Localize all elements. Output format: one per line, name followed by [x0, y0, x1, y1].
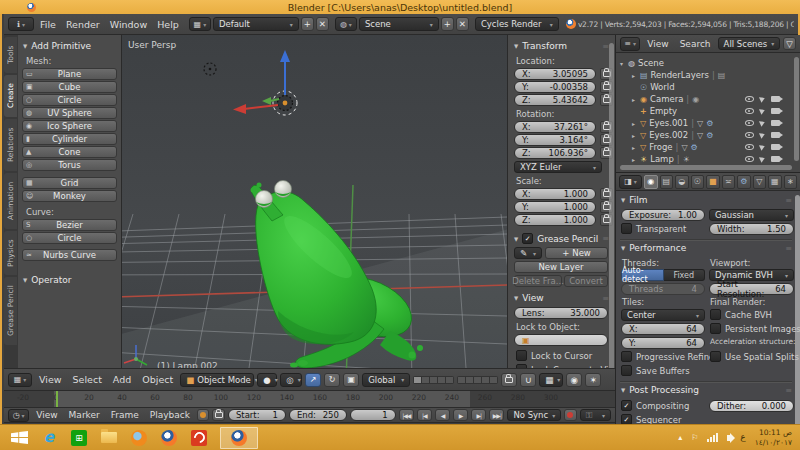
- grease-pencil-panel-header[interactable]: ✓ Grease Pencil≡: [514, 233, 608, 244]
- current-frame-field[interactable]: 1: [350, 409, 396, 421]
- threads-count-field[interactable]: Threads4: [621, 283, 705, 295]
- expand-icon[interactable]: ▸: [630, 96, 637, 103]
- play-reverse-button[interactable]: ◀: [435, 409, 450, 421]
- pivot-point-selector[interactable]: ◎: [280, 373, 302, 387]
- tab-modifiers[interactable]: ⚙: [737, 175, 751, 189]
- delete-scene-button[interactable]: ✕: [456, 17, 469, 31]
- rotation-y-field[interactable]: Y:3.164°: [514, 134, 596, 146]
- add-menu[interactable]: Add: [109, 374, 135, 385]
- timeline-menu-view[interactable]: View: [32, 410, 61, 420]
- selectability-toggle[interactable]: [759, 119, 766, 127]
- transparent-checkbox[interactable]: Transparent: [621, 223, 686, 234]
- delete-frame-button[interactable]: Delete Fra...: [514, 275, 562, 287]
- outliner-scope-selector[interactable]: All Scenes: [718, 37, 781, 50]
- snap-toggle-button[interactable]: ∪: [520, 373, 536, 387]
- view-menu[interactable]: View: [35, 374, 66, 385]
- add-circle-button[interactable]: ○Circle: [22, 94, 117, 106]
- editor-type-timeline-button[interactable]: ◷: [8, 409, 29, 422]
- selectability-toggle[interactable]: [759, 95, 766, 103]
- visibility-toggle[interactable]: [745, 120, 754, 126]
- convert-button[interactable]: Convert: [564, 275, 608, 287]
- timeline-menu-playback[interactable]: Playback: [146, 410, 194, 420]
- visibility-toggle[interactable]: [745, 144, 754, 150]
- add-curve-circle-button[interactable]: ○Circle: [22, 232, 117, 244]
- view-panel-header[interactable]: View≡: [514, 293, 608, 303]
- layer-group-1[interactable]: [413, 376, 454, 384]
- viewport-3d[interactable]: User Persp (1) Lamp.002: [122, 35, 507, 382]
- add-layout-button[interactable]: +: [301, 17, 314, 31]
- tab-create[interactable]: Create: [4, 75, 17, 117]
- outliner-row-renderlayers[interactable]: ▸ ▤ RenderLayers| ▤: [630, 69, 794, 81]
- performance-panel-header[interactable]: Performance≡: [621, 243, 791, 253]
- tab-grease-pencil[interactable]: Grease Pencil: [4, 277, 17, 345]
- record-button[interactable]: [564, 409, 577, 421]
- jump-prev-keyframe-button[interactable]: |◀: [417, 409, 432, 421]
- menu-file[interactable]: File: [36, 19, 60, 30]
- panel-menu-icon[interactable]: ≡: [602, 294, 608, 303]
- editor-type-3dview-button[interactable]: ▦: [8, 373, 32, 387]
- outliner-row-lamp[interactable]: ▸ ☀ Lamp| ☀: [630, 153, 794, 165]
- visibility-toggle[interactable]: [745, 156, 754, 162]
- rotation-mode-selector[interactable]: XYZ Euler: [514, 161, 602, 173]
- renderability-toggle[interactable]: [771, 132, 780, 138]
- add-cylinder-button[interactable]: ▮Cylinder: [22, 133, 117, 145]
- outliner-v-scrollbar[interactable]: [794, 57, 799, 161]
- outliner-row-scene[interactable]: ▾ ◍ Scene: [618, 57, 794, 69]
- operator-panel-header[interactable]: Operator: [23, 275, 72, 285]
- panel-menu-icon[interactable]: ≡: [602, 42, 608, 51]
- tab-relations[interactable]: Relations: [4, 119, 17, 171]
- save-buffers-checkbox[interactable]: Save Buffers: [621, 365, 690, 376]
- start-button[interactable]: [4, 427, 34, 449]
- tab-tools[interactable]: Tools: [4, 37, 17, 73]
- manipulator-x-arrow[interactable]: [244, 105, 278, 109]
- grease-pencil-draw-mode[interactable]: ✎: [514, 247, 542, 259]
- frame-end-field[interactable]: End:250: [289, 409, 347, 421]
- tray-volume-icon[interactable]: [727, 435, 731, 441]
- add-nurbs-curve-button[interactable]: ≈Nurbs Curve: [22, 249, 117, 261]
- render-opengl-button[interactable]: ◉: [566, 373, 582, 387]
- manipulator-rotate-button[interactable]: ↻: [324, 373, 340, 387]
- render-engine-selector[interactable]: Cycles Render: [475, 17, 559, 31]
- outliner-h-scrollbar[interactable]: [620, 165, 792, 170]
- tab-render-layers[interactable]: ▤: [660, 175, 674, 189]
- outliner-row-empty[interactable]: + Empty: [630, 105, 794, 117]
- filter-type-selector[interactable]: Gaussian: [709, 209, 794, 221]
- properties-scrollbar[interactable]: [795, 195, 800, 433]
- taskbar-spiral-app[interactable]: [184, 427, 214, 449]
- tray-network-icon[interactable]: [707, 433, 718, 442]
- screen-layout-selector[interactable]: Default: [213, 17, 299, 31]
- exposure-field[interactable]: Exposure:1.00: [621, 209, 705, 221]
- taskbar-blender[interactable]: [154, 427, 184, 449]
- taskbar-internet-explorer[interactable]: e: [34, 427, 64, 449]
- snap-element-selector[interactable]: ▦: [539, 373, 563, 387]
- tab-animation[interactable]: Animation: [4, 173, 17, 229]
- tab-constraints[interactable]: ≍: [722, 175, 736, 189]
- render-opengl-anim-button[interactable]: ✶: [585, 373, 601, 387]
- sync-mode-selector[interactable]: No Sync: [507, 409, 561, 421]
- selectability-toggle[interactable]: [759, 107, 766, 115]
- progressive-refine-checkbox[interactable]: Progressive Refine: [621, 351, 714, 362]
- scale-x-field[interactable]: X:1.000: [514, 188, 596, 200]
- persistent-images-checkbox[interactable]: Persistent Images: [710, 323, 800, 334]
- viewport-shading-selector[interactable]: ●: [257, 373, 277, 387]
- menu-render[interactable]: Render: [62, 19, 104, 30]
- expand-icon[interactable]: ▸: [630, 132, 637, 139]
- outliner-row-camera[interactable]: ▸ ◉ Camera| ◉: [630, 93, 794, 105]
- tray-language-indicator[interactable]: ع: [740, 432, 745, 443]
- add-primitive-panel-header[interactable]: Add Primitive: [23, 41, 91, 51]
- visibility-toggle[interactable]: [745, 96, 754, 102]
- visibility-toggle[interactable]: [745, 108, 754, 114]
- outliner-row-froge[interactable]: ▸ ▽ Froge| ▽ ⚙: [630, 141, 794, 153]
- taskbar-firefox[interactable]: [124, 427, 154, 449]
- add-grid-button[interactable]: ▦Grid: [22, 177, 117, 189]
- filter-width-field[interactable]: Width:1.50: [709, 223, 794, 235]
- tile-order-selector[interactable]: Center: [621, 309, 705, 321]
- tab-particles[interactable]: ∗: [784, 175, 798, 189]
- n-panel-scrollbar[interactable]: [609, 43, 614, 373]
- panel-menu-icon[interactable]: ≡: [785, 244, 791, 253]
- timeline-menu-marker[interactable]: Marker: [65, 410, 104, 420]
- add-monkey-button[interactable]: ☺Monkey: [22, 190, 117, 202]
- selectability-toggle[interactable]: [759, 131, 766, 139]
- jump-to-end-button[interactable]: ▶▶|: [489, 409, 504, 421]
- expand-icon[interactable]: ▸: [630, 156, 637, 163]
